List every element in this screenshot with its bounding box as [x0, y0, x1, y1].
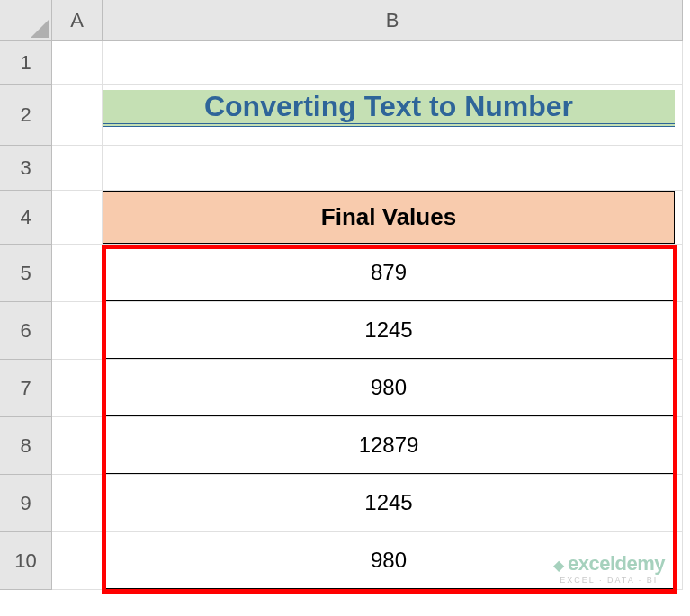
row-header-1[interactable]: 1 — [0, 41, 52, 85]
cell-b2[interactable]: Converting Text to Number — [103, 85, 683, 146]
data-cell: 12879 — [103, 417, 675, 474]
cell-a2[interactable] — [52, 85, 103, 146]
row-header-3[interactable]: 3 — [0, 146, 52, 191]
row-header-8[interactable]: 8 — [0, 417, 52, 475]
row-header-7[interactable]: 7 — [0, 360, 52, 417]
row-header-6[interactable]: 6 — [0, 302, 52, 360]
data-cell: 879 — [103, 245, 675, 301]
cell-b8[interactable]: 12879 — [103, 417, 683, 475]
watermark-logo-icon: ◆ — [553, 558, 564, 573]
watermark: ◆ exceldemy EXCEL · DATA · BI — [553, 552, 665, 585]
data-cell: 1245 — [103, 302, 675, 359]
cell-b3[interactable] — [103, 146, 683, 191]
cell-a5[interactable] — [52, 245, 103, 302]
row-header-10[interactable]: 10 — [0, 532, 52, 590]
cell-a6[interactable] — [52, 302, 103, 360]
select-all-corner[interactable] — [0, 0, 52, 41]
cell-a1[interactable] — [52, 41, 103, 85]
cell-a4[interactable] — [52, 191, 103, 245]
row-header-4[interactable]: 4 — [0, 191, 52, 245]
watermark-tagline: EXCEL · DATA · BI — [553, 576, 665, 585]
watermark-brand: exceldemy — [568, 552, 665, 575]
row-header-9[interactable]: 9 — [0, 475, 52, 532]
cell-a3[interactable] — [52, 146, 103, 191]
cell-a10[interactable] — [52, 532, 103, 590]
cell-a7[interactable] — [52, 360, 103, 417]
cell-b4[interactable]: Final Values — [103, 191, 683, 245]
page-title: Converting Text to Number — [103, 90, 675, 127]
cell-a9[interactable] — [52, 475, 103, 532]
data-cell: 1245 — [103, 475, 675, 531]
cell-b7[interactable]: 980 — [103, 360, 683, 417]
spreadsheet-grid: A B 1 2 Converting Text to Number 3 4 Fi… — [0, 0, 690, 590]
column-header-b[interactable]: B — [103, 0, 683, 41]
row-header-5[interactable]: 5 — [0, 245, 52, 302]
row-header-2[interactable]: 2 — [0, 85, 52, 146]
cell-b1[interactable] — [103, 41, 683, 85]
column-header-a[interactable]: A — [52, 0, 103, 41]
cell-a8[interactable] — [52, 417, 103, 475]
cell-b5[interactable]: 879 — [103, 245, 683, 302]
cell-b6[interactable]: 1245 — [103, 302, 683, 360]
data-cell: 980 — [103, 360, 675, 416]
table-header-final-values: Final Values — [103, 191, 675, 244]
select-all-triangle-icon — [31, 20, 49, 38]
cell-b9[interactable]: 1245 — [103, 475, 683, 532]
